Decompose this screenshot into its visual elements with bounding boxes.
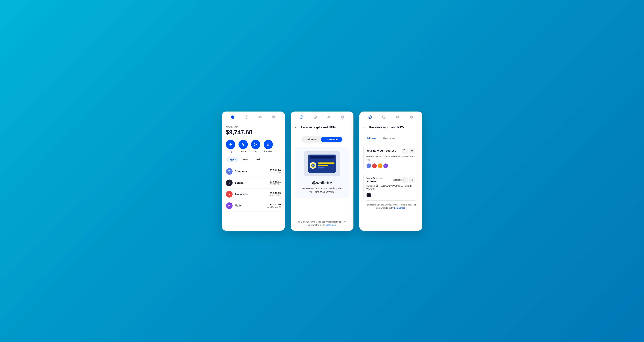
matic-values: $1,374.30 904.145 MATIC xyxy=(267,203,280,208)
eth-name: Ethereum xyxy=(235,170,270,173)
eth-chain-eth: Ξ xyxy=(366,163,371,168)
sol-address-title: Your Solana address xyxy=(366,177,391,183)
nav-clock-icon[interactable] xyxy=(244,115,249,119)
send-button[interactable] xyxy=(251,140,260,149)
screen3-title: Receive crypto and NFTs xyxy=(369,126,405,129)
avax-name: Avalanche xyxy=(235,193,269,196)
eth-usd: $3,764.78 xyxy=(270,169,281,172)
crypto-item-avax[interactable]: ▲ Avalanche $1,762.29 20.157 AVAX xyxy=(226,189,281,200)
avax-usd: $1,762.29 xyxy=(269,192,281,195)
sol-copy-button[interactable] xyxy=(402,177,408,183)
sol-chain-icon: ◎ xyxy=(366,193,371,197)
sol-qr-button[interactable] xyxy=(409,177,415,183)
sol-name: Solana xyxy=(235,181,270,184)
matic-amount: 904.145 MATIC xyxy=(267,206,280,208)
nav-chart-icon-2[interactable] xyxy=(299,115,304,119)
username-card: @ @wallette xyxy=(295,147,350,198)
at-icon: @ xyxy=(311,164,315,167)
sol-usd: $2,846.31 xyxy=(270,180,281,183)
send-label: Send xyxy=(253,150,258,152)
sol-address-card: Your Solana address LIMITED HUxtug4F1zTs… xyxy=(364,174,418,201)
tab-switcher-2: Address Username xyxy=(301,136,343,143)
wallet-balance: $9,747.68 xyxy=(226,129,281,136)
eth-qr-button[interactable] xyxy=(409,148,415,154)
back-button-3[interactable]: ← xyxy=(364,126,367,129)
address-content: Address Username Your Ethereum address xyxy=(360,132,422,231)
footer-note-2: For Bitcoin, use the Coinbase Wallet mob… xyxy=(295,220,350,227)
nav-bar-3 xyxy=(360,111,422,122)
crypto-item-matic[interactable]: M Matic $1,374.30 904.145 MATIC xyxy=(226,200,281,212)
sol-amount: 31.216 SOL xyxy=(270,183,281,185)
filter-crypto[interactable]: Crypto xyxy=(226,157,239,162)
eth-amount: 1.270 ETH xyxy=(270,172,281,174)
tab-address-2[interactable]: Address xyxy=(302,137,321,142)
nav-users-icon[interactable] xyxy=(258,115,262,119)
eth-icon: Ξ xyxy=(226,168,232,175)
eth-copy-button[interactable] xyxy=(402,148,408,154)
filter-nfts[interactable]: NFTs xyxy=(240,157,251,162)
nav-users-icon-3[interactable] xyxy=(395,115,400,119)
screen-receive-username: ← Receive crypto and NFTs Address Userna… xyxy=(291,111,354,231)
swap-button[interactable] xyxy=(238,140,248,149)
avax-amount: 20.157 AVAX xyxy=(269,195,281,197)
screens-container: cbwallet.eth $9,747.68 Buy Swap xyxy=(222,111,422,231)
nav-gear-icon[interactable] xyxy=(272,115,276,119)
username-desc: Coinbase Wallet users can send crypto to… xyxy=(299,187,346,194)
filter-defi[interactable]: DeFi xyxy=(252,157,262,162)
send-action: Send xyxy=(251,140,260,152)
eth-address-card: Your Ethereum address 0x3A92006d8cC17Cb8… xyxy=(364,145,418,171)
sol-address-text: HUxtug4F1zTs1EzmJwhn4xVSP4igES4jEunABPWh… xyxy=(366,184,415,191)
tab-username-3[interactable]: Username xyxy=(380,135,398,141)
nav-gear-icon-3[interactable] xyxy=(409,115,414,119)
nav-chart-icon[interactable] xyxy=(230,115,235,119)
matic-icon: M xyxy=(226,202,232,209)
tab-switcher-3: Address Username xyxy=(364,135,418,141)
username-display: @wallette xyxy=(312,180,332,186)
eth-values: $3,764.78 1.270 ETH xyxy=(270,169,281,174)
screen-receive-address: ← Receive crypto and NFTs Address Userna… xyxy=(360,111,422,231)
matic-usd: $1,374.30 xyxy=(267,203,280,206)
back-button-2[interactable]: ← xyxy=(295,126,298,129)
receive-label: Receive xyxy=(264,150,272,152)
learn-more-link-2[interactable]: Learn more xyxy=(326,224,336,226)
screen2-header: ← Receive crypto and NFTs xyxy=(291,122,354,132)
receive-content-2: Address Username @ xyxy=(291,132,354,231)
sol-icon: ◎ xyxy=(226,180,232,186)
tab-username-2[interactable]: Username xyxy=(321,137,342,142)
sol-chain-icons: ◎ xyxy=(366,193,415,197)
eth-chain-arb: ▲ xyxy=(372,163,377,168)
swap-label: Swap xyxy=(240,150,246,152)
buy-button[interactable] xyxy=(226,140,235,149)
nav-clock-icon-2[interactable] xyxy=(313,115,318,119)
tab-address-3[interactable]: Address xyxy=(364,135,380,141)
buy-action: Buy xyxy=(226,140,235,152)
avax-values: $1,762.29 20.157 AVAX xyxy=(269,192,281,197)
action-buttons: Buy Swap Send xyxy=(226,140,281,152)
crypto-item-eth[interactable]: Ξ Ethereum $3,764.78 1.270 ETH xyxy=(226,166,281,177)
nav-gear-icon-2[interactable] xyxy=(340,115,345,119)
sol-values: $2,846.31 31.216 SOL xyxy=(270,180,281,185)
matic-name: Matic xyxy=(235,204,267,207)
eth-address-text: 0x3A92006d8cC17Cb849E04EdE304208607B996c… xyxy=(366,155,415,161)
screen-wallet: cbwallet.eth $9,747.68 Buy Swap xyxy=(222,111,285,231)
nav-clock-icon-3[interactable] xyxy=(382,115,386,119)
screen2-title: Receive crypto and NFTs xyxy=(300,126,336,129)
crypto-item-sol[interactable]: ◎ Solana $2,846.31 31.216 SOL xyxy=(226,177,281,189)
learn-more-link-3[interactable]: Learn more xyxy=(394,207,405,209)
eth-chain-arb2: M xyxy=(383,163,388,168)
receive-button[interactable] xyxy=(264,140,273,149)
filter-tabs: Crypto NFTs DeFi xyxy=(226,157,281,162)
nav-chart-icon-3[interactable] xyxy=(368,115,372,119)
eth-chain-opt: ₿ xyxy=(378,163,382,168)
eth-chain-icons: Ξ ▲ ₿ M xyxy=(366,163,415,168)
wallet-content: cbwallet.eth $9,747.68 Buy Swap xyxy=(222,122,285,231)
swap-action: Swap xyxy=(238,140,248,152)
receive-action: Receive xyxy=(264,140,273,152)
nav-users-icon-2[interactable] xyxy=(326,115,331,119)
avax-icon: ▲ xyxy=(226,191,232,198)
sol-title-row: Your Solana address LIMITED xyxy=(366,177,402,183)
footer-note-3: For Bitcoin, use the Coinbase Wallet mob… xyxy=(364,203,418,210)
eth-address-actions xyxy=(402,148,415,154)
limited-badge: LIMITED xyxy=(392,179,402,181)
username-illustration: @ xyxy=(304,151,340,178)
